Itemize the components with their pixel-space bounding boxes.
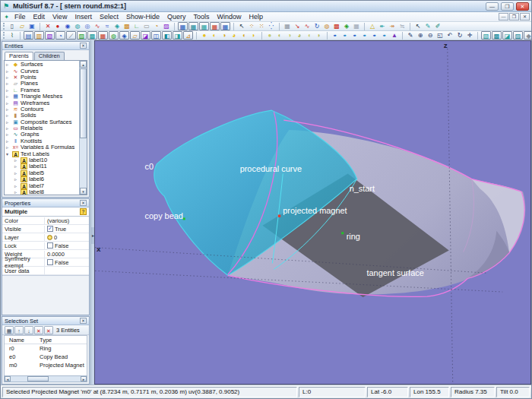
show-points-bulb-icon[interactable]: ◐ [210, 31, 219, 40]
expand-icon[interactable]: ▹ [6, 138, 11, 144]
point-tool-icon[interactable]: ● [53, 22, 62, 30]
expand-icon[interactable]: ▹ [6, 131, 11, 138]
menu-view[interactable]: View [49, 13, 71, 21]
zoom-in-icon[interactable]: ⊕ [416, 31, 425, 40]
entity-cspline-icon[interactable]: ▥ [34, 31, 44, 40]
view-oval-left-icon[interactable]: ● [370, 33, 379, 38]
view-oval-top-icon[interactable]: ● [350, 33, 359, 38]
view-oval-front-icon[interactable]: ● [331, 33, 340, 38]
view-window-multi-icon[interactable]: ▦ [220, 22, 230, 30]
display-hybrid-icon[interactable]: ◪ [502, 31, 512, 40]
label-ring[interactable]: ring [347, 232, 360, 241]
curve-tool-icon[interactable]: ∿ [93, 22, 102, 30]
expand-icon[interactable]: ▹ [6, 100, 11, 106]
tolerance-icon[interactable]: ≒ [397, 22, 407, 30]
property-value[interactable]: (various) [45, 217, 89, 224]
property-value[interactable]: False [45, 242, 89, 249]
tab-children[interactable]: Children [34, 52, 65, 60]
menu-query[interactable]: Query [163, 13, 190, 21]
probe-surface-icon[interactable]: ✎ [423, 22, 432, 30]
expand-icon[interactable]: ▹ [6, 74, 11, 81]
bead-tool-icon[interactable]: ◉ [63, 22, 72, 30]
solid-tool-icon[interactable]: ▩ [122, 22, 131, 30]
expand-icon[interactable]: ▹ [6, 125, 11, 131]
expand-icon[interactable]: ▹ [6, 119, 11, 125]
entity-bspline-icon[interactable]: ▤ [24, 31, 33, 40]
magnet-tool-icon[interactable]: ◍ [73, 22, 82, 30]
property-row-lock[interactable]: LockFalse [2, 242, 89, 250]
reorder-icon[interactable]: ◍ [322, 22, 331, 30]
remove-entity-icon[interactable]: ✕ [34, 326, 43, 334]
selection-row-r0[interactable]: r0Ring [5, 344, 87, 353]
selection-row-e0[interactable]: e0Copy Bead [5, 353, 87, 361]
select-filter-icon[interactable]: ⁛ [267, 22, 276, 30]
list-view-icon[interactable]: ▦ [5, 326, 14, 334]
mdi-close-button[interactable]: ✕ [520, 13, 530, 21]
edit-mesh-icon[interactable]: ▩ [332, 22, 341, 30]
expand-icon[interactable]: ▹ [6, 87, 11, 93]
menu-tools[interactable]: Tools [189, 13, 213, 21]
grid-snap-icon[interactable]: ▦ [283, 22, 292, 30]
hide-all-bulb-icon[interactable]: ● [265, 31, 274, 40]
mdi-restore-button[interactable]: ❐ [509, 13, 519, 21]
center-view-icon[interactable]: ✛ [465, 31, 474, 40]
expand-icon[interactable]: ▹ [14, 183, 19, 189]
column-type[interactable]: Type [38, 337, 87, 344]
close-button[interactable]: ✕ [516, 2, 529, 11]
entity-trim-icon[interactable]: ⊿ [183, 31, 193, 40]
hide-surfaces-bulb-icon[interactable]: ◕ [295, 31, 304, 40]
update-model-icon[interactable]: ◈ [342, 22, 351, 30]
entity-ruled-icon[interactable]: ▨ [77, 31, 87, 40]
entity-arc-icon[interactable]: ◔ [55, 31, 65, 40]
pointer-mode-icon[interactable]: ↖ [413, 22, 423, 30]
view-oval-right-icon[interactable]: ● [380, 33, 389, 38]
drag-curve-icon[interactable]: ∿ [302, 22, 312, 30]
view-window-shaded-icon[interactable]: ▦ [188, 22, 198, 30]
entity-rotate-icon[interactable]: ◪ [141, 31, 150, 40]
property-row-user-data[interactable]: User data [2, 267, 89, 275]
label-n-start[interactable]: n_start [350, 184, 375, 193]
ring-tool-icon[interactable]: ◎ [83, 22, 92, 30]
hide-layer-bulb-icon[interactable]: ◗ [315, 31, 324, 40]
tree-item-curves[interactable]: ▹∿Curves [5, 68, 79, 74]
entity-line-icon[interactable]: ⟋ [66, 31, 76, 40]
zoom-window-icon[interactable]: ◱ [435, 31, 445, 40]
expand-icon[interactable]: ▹ [14, 189, 19, 195]
view-window-wireframe-icon[interactable]: ▦ [178, 22, 188, 30]
property-value[interactable]: True [45, 226, 89, 233]
tree-item-contours[interactable]: ▹≋Contours [5, 106, 79, 112]
minimize-button[interactable]: — [486, 2, 499, 11]
hide-selected-bulb-icon[interactable]: ◖ [305, 31, 314, 40]
freehand-sketch-icon[interactable]: ⌇ [8, 31, 17, 40]
composite-tool-icon[interactable]: ▨ [162, 22, 171, 30]
close-icon[interactable]: ✕ [80, 200, 87, 206]
property-value[interactable]: 0.0000 [45, 251, 89, 258]
display-normals-icon[interactable]: ◆ [524, 31, 531, 40]
tree-item-label8[interactable]: ▹Alabel8 [5, 189, 79, 195]
entity-translate-icon[interactable]: ▱ [130, 31, 140, 40]
scroll-down-icon[interactable]: ▾ [80, 188, 87, 195]
display-wireframe-icon[interactable]: ▧ [481, 31, 491, 40]
open-folder-icon[interactable]: ▱ [17, 22, 27, 30]
maximize-button[interactable]: ❐ [501, 2, 514, 11]
move-up-icon[interactable]: ↑ [14, 326, 24, 334]
expand-icon[interactable]: ▹ [6, 81, 11, 87]
property-row-layer[interactable]: Layer0 [2, 233, 89, 242]
snake-tool-icon[interactable]: ≈ [103, 22, 112, 30]
show-layer-bulb-icon[interactable]: ◗ [249, 31, 258, 40]
viewport-3d[interactable]: z x c0 procedural curve n_start copy bea… [94, 40, 531, 385]
help-icon[interactable]: ? [80, 208, 87, 215]
tree-item-surfaces[interactable]: ▹◆Surfaces [5, 62, 79, 68]
scroll-left-icon[interactable]: ◂ [5, 376, 11, 382]
menu-insert[interactable]: Insert [71, 13, 96, 21]
tree-item-relabels[interactable]: ▹▭Relabels [5, 125, 79, 131]
selection-row-m0[interactable]: m0Projected Magnet [5, 361, 87, 369]
property-value[interactable]: 0 [45, 234, 89, 241]
select-fence-icon[interactable]: ⁙ [257, 22, 266, 30]
tab-parents[interactable]: Parents [5, 52, 33, 60]
label-procedural-curve[interactable]: procedural curve [240, 164, 302, 173]
checkbox-icon[interactable] [47, 226, 53, 232]
scrollbar-thumb[interactable] [80, 68, 87, 138]
orbit-view-icon[interactable]: ↻ [312, 22, 321, 30]
measure-icon[interactable]: △ [368, 22, 377, 30]
